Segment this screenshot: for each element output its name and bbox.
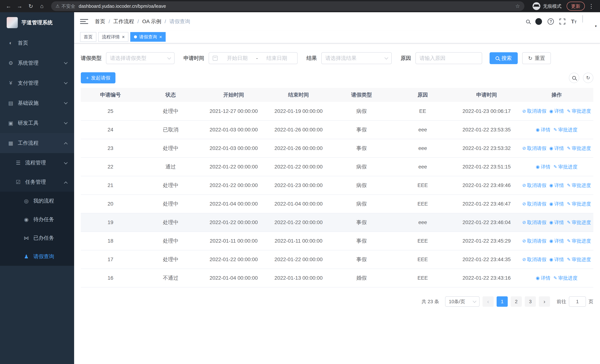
cancel-leave-link[interactable]: ⊘取消请假: [522, 108, 546, 114]
detail-link[interactable]: ◉详情: [549, 201, 564, 207]
reset-button[interactable]: ↻ 重置: [522, 52, 551, 64]
refresh-icon: ↻: [528, 55, 532, 61]
detail-link[interactable]: ◉详情: [549, 182, 564, 189]
cell-id: 18: [81, 232, 140, 250]
detail-link[interactable]: ◉详情: [536, 164, 550, 170]
github-icon[interactable]: [535, 18, 542, 25]
close-icon[interactable]: ×: [122, 35, 125, 39]
page-size-select[interactable]: 10条/页: [445, 296, 479, 307]
reason-input[interactable]: [420, 55, 478, 61]
cancel-leave-link[interactable]: ⊘取消请假: [522, 256, 546, 263]
detail-link[interactable]: ◉详情: [549, 108, 564, 114]
goto-page-input[interactable]: [569, 296, 586, 307]
create-leave-button[interactable]: + 发起请假: [81, 72, 115, 84]
approval-progress-link[interactable]: ✎审批进度: [553, 275, 577, 281]
prev-page-button[interactable]: ‹: [483, 296, 494, 307]
sidebar-item-process-management[interactable]: ☰流程管理: [0, 153, 74, 172]
tab-流程详情[interactable]: 流程详情×: [98, 32, 128, 42]
sidebar-item-system-management[interactable]: ⚙系统管理: [0, 53, 74, 73]
tab-首页[interactable]: 首页: [80, 32, 96, 42]
home-icon[interactable]: ⌂: [37, 1, 47, 11]
tags-view: 首页流程详情×请假查询×: [74, 31, 600, 43]
next-page-button[interactable]: ›: [539, 296, 550, 307]
cell-start: 2022-01-22 00:00:00: [201, 213, 266, 232]
start-date-placeholder[interactable]: 开始日期: [221, 55, 254, 62]
hamburger-icon[interactable]: [80, 19, 88, 24]
sidebar-item-todo-tasks[interactable]: ◉待办任务: [0, 210, 74, 229]
detail-link[interactable]: ◉详情: [549, 145, 564, 152]
breadcrumb-item[interactable]: 工作流程: [113, 18, 134, 25]
fullscreen-icon[interactable]: [559, 19, 565, 24]
approval-progress-link[interactable]: ✎审批进度: [567, 182, 591, 189]
sidebar-item-workflow[interactable]: ▦工作流程: [0, 133, 74, 153]
forward-icon[interactable]: →: [15, 1, 24, 11]
detail-link[interactable]: ◉详情: [549, 238, 564, 244]
action-label: 详情: [554, 182, 564, 189]
sidebar-item-payment-management[interactable]: ¥支付管理: [0, 73, 74, 93]
approval-progress-link[interactable]: ✎审批进度: [553, 164, 577, 170]
approval-progress-link[interactable]: ✎审批进度: [567, 238, 591, 244]
cell-reason: EEE: [392, 250, 453, 269]
breadcrumb-separator: /: [109, 19, 110, 24]
approval-progress-link[interactable]: ✎审批进度: [567, 256, 591, 263]
search-button[interactable]: 搜索: [489, 52, 518, 64]
cancel-leave-link[interactable]: ⊘取消请假: [522, 238, 546, 244]
page-button-1[interactable]: 1: [497, 296, 508, 307]
date-range-picker[interactable]: 开始日期 - 结束日期: [209, 52, 298, 64]
tab-请假查询[interactable]: 请假查询×: [130, 32, 166, 42]
refresh-table-button[interactable]: ↻: [583, 73, 593, 83]
reload-icon[interactable]: ↻: [26, 1, 36, 11]
sidebar-item-task-management[interactable]: ☑任务管理: [0, 172, 74, 192]
approval-progress-link[interactable]: ✎审批进度: [553, 127, 577, 133]
browser-update-button[interactable]: 更新: [567, 2, 585, 10]
bookmark-star-icon[interactable]: ☆: [515, 3, 520, 9]
security-chip[interactable]: ⚠ 不安全: [56, 3, 75, 9]
cancel-leave-link[interactable]: ⊘取消请假: [522, 182, 546, 189]
search-icon[interactable]: [526, 20, 530, 23]
cancel-leave-link[interactable]: ⊘取消请假: [522, 201, 546, 207]
sidebar-item-done-tasks[interactable]: ⋈已办任务: [0, 229, 74, 247]
sidebar-item-my-process[interactable]: ◎我的流程: [0, 192, 74, 210]
cell-type: 病假: [331, 195, 392, 213]
page-button-2[interactable]: 2: [511, 296, 522, 307]
help-icon[interactable]: ?: [548, 18, 554, 25]
cell-apply_time: 2022-01-22 23:43:16: [453, 269, 520, 287]
view-icon: ◉: [536, 164, 540, 169]
approval-progress-link[interactable]: ✎审批进度: [567, 108, 591, 114]
detail-link[interactable]: ◉详情: [536, 275, 550, 281]
avatar-image: [582, 15, 583, 23]
result-select[interactable]: [321, 52, 392, 64]
cell-type: 事假: [331, 232, 392, 250]
font-size-icon[interactable]: TT: [571, 18, 577, 25]
approval-progress-link[interactable]: ✎审批进度: [567, 201, 591, 207]
update-label: 更新: [571, 3, 580, 9]
reason-field[interactable]: [415, 52, 482, 64]
result-input[interactable]: [325, 55, 383, 61]
leave-type-input[interactable]: [110, 55, 166, 61]
toggle-search-button[interactable]: [569, 73, 579, 83]
leave-type-select[interactable]: [106, 52, 175, 64]
detail-link[interactable]: ◉详情: [549, 256, 564, 263]
detail-link[interactable]: ◉详情: [536, 127, 550, 133]
sidebar-item-dev-tools[interactable]: ▣研发工具: [0, 113, 74, 133]
address-bar[interactable]: ⚠ 不安全 dashboard.yudao.iocoder.cn/bpm/oa/…: [51, 1, 525, 11]
close-icon[interactable]: ×: [159, 35, 162, 39]
sidebar-item-home[interactable]: ◐首页: [0, 33, 74, 53]
browser-menu-icon[interactable]: ⋮: [586, 3, 596, 9]
cell-id: 16: [81, 269, 140, 287]
back-icon[interactable]: ←: [4, 1, 13, 11]
detail-link[interactable]: ◉详情: [549, 219, 564, 226]
cancel-leave-link[interactable]: ⊘取消请假: [522, 219, 546, 226]
breadcrumb-item[interactable]: 首页: [95, 18, 105, 25]
user-avatar[interactable]: ▾: [582, 16, 594, 28]
approval-progress-link[interactable]: ✎审批进度: [567, 219, 591, 226]
sidebar-item-infrastructure[interactable]: ▤基础设施: [0, 93, 74, 113]
app-logo-link[interactable]: 芋道管理系统: [0, 12, 74, 33]
sidebar-item-leave-query[interactable]: ♟请假查询: [0, 247, 74, 266]
approval-progress-link[interactable]: ✎审批进度: [567, 145, 591, 152]
edit-icon: ✎: [553, 275, 557, 280]
page-button-3[interactable]: 3: [525, 296, 536, 307]
cancel-leave-link[interactable]: ⊘取消请假: [522, 145, 546, 152]
breadcrumb-item[interactable]: OA 示例: [142, 18, 161, 25]
end-date-placeholder[interactable]: 结束日期: [260, 55, 293, 62]
